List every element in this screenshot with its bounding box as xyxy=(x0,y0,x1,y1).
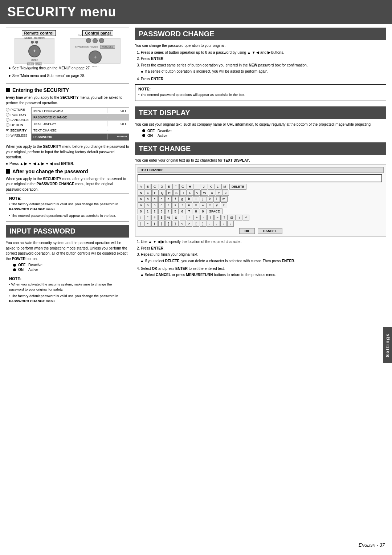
key-P[interactable]: P xyxy=(152,190,159,196)
key-Y[interactable]: Y xyxy=(216,190,222,196)
key-lbrace[interactable]: { xyxy=(165,221,172,227)
key-exclaim[interactable]: ! xyxy=(138,215,144,220)
key-plus[interactable]: + xyxy=(193,215,200,220)
key-5[interactable]: 5 xyxy=(172,208,179,214)
key-3[interactable]: 3 xyxy=(158,208,165,214)
key-percent[interactable]: % xyxy=(165,215,172,220)
key-colon[interactable]: : xyxy=(220,221,227,227)
key-u[interactable]: u xyxy=(186,202,192,208)
key-period[interactable]: . xyxy=(207,221,213,227)
key-backslash[interactable]: \ xyxy=(236,215,242,220)
key-K[interactable]: K xyxy=(208,184,214,190)
key-semicolon[interactable]: ; xyxy=(227,221,234,227)
key-comma[interactable]: , xyxy=(213,221,220,227)
key-H[interactable]: H xyxy=(187,184,193,190)
key-minus[interactable]: - xyxy=(200,215,207,220)
key-h[interactable]: h xyxy=(186,196,192,202)
key-G[interactable]: G xyxy=(179,184,186,190)
key-b[interactable]: b xyxy=(144,196,151,202)
ok-button[interactable]: OK xyxy=(239,228,255,234)
key-t[interactable]: t xyxy=(179,202,185,208)
key-n[interactable]: n xyxy=(138,202,144,208)
key-D[interactable]: D xyxy=(159,184,166,190)
key-2[interactable]: 2 xyxy=(151,208,158,214)
key-q[interactable]: q xyxy=(158,202,165,208)
key-E[interactable]: E xyxy=(166,184,172,190)
key-caret[interactable]: ^ xyxy=(243,215,249,220)
key-p[interactable]: p xyxy=(151,202,158,208)
key-lt[interactable]: < xyxy=(179,221,185,227)
key-0[interactable]: 0 xyxy=(138,208,144,214)
key-9[interactable]: 9 xyxy=(200,208,206,214)
key-L[interactable]: L xyxy=(215,184,221,190)
key-6[interactable]: 6 xyxy=(179,208,185,214)
key-o[interactable]: o xyxy=(144,202,151,208)
key-V[interactable]: V xyxy=(194,190,201,196)
key-tilde[interactable]: ~ xyxy=(144,221,151,227)
text-change-steps: Use ▲ ▼ ◀ ▶ to specify the location of t… xyxy=(135,239,386,279)
cancel-button[interactable]: CANCEL xyxy=(258,228,282,234)
key-Q[interactable]: Q xyxy=(159,190,166,196)
key-lparen[interactable]: ( xyxy=(151,221,158,227)
key-N[interactable]: N xyxy=(138,190,144,196)
delete-button[interactable]: DELETE xyxy=(229,184,246,190)
key-F[interactable]: F xyxy=(172,184,179,190)
key-rparen[interactable]: ) xyxy=(158,221,165,227)
key-8[interactable]: 8 xyxy=(193,208,199,214)
key-slash[interactable]: / xyxy=(207,215,214,220)
key-M[interactable]: M xyxy=(221,184,229,190)
key-k[interactable]: k xyxy=(207,196,213,202)
key-X[interactable]: X xyxy=(209,190,215,196)
key-U[interactable]: U xyxy=(187,190,194,196)
key-l[interactable]: l xyxy=(213,196,220,202)
key-hash[interactable]: # xyxy=(151,215,158,220)
key-1[interactable]: 1 xyxy=(144,208,151,214)
key-e[interactable]: e xyxy=(165,196,172,202)
key-m[interactable]: m xyxy=(220,196,228,202)
key-R[interactable]: R xyxy=(166,190,173,196)
divider2 xyxy=(135,140,386,140)
key-j[interactable]: j xyxy=(200,196,206,202)
key-A[interactable]: A xyxy=(138,184,144,190)
circle-icon xyxy=(6,118,9,122)
key-S[interactable]: S xyxy=(173,190,180,196)
key-7[interactable]: 7 xyxy=(186,208,192,214)
key-star[interactable]: * xyxy=(187,215,193,220)
key-x[interactable]: x xyxy=(207,202,213,208)
key-space[interactable]: SPACE xyxy=(207,208,222,214)
key-B[interactable]: B xyxy=(144,184,151,190)
key-pipe[interactable]: | xyxy=(138,221,144,227)
key-z[interactable]: z xyxy=(221,202,227,208)
key-amp[interactable]: & xyxy=(173,215,179,220)
key-lbracket[interactable]: [ xyxy=(193,221,199,227)
key-v[interactable]: v xyxy=(193,202,199,208)
key-f[interactable]: f xyxy=(172,196,179,202)
key-s[interactable]: s xyxy=(172,202,179,208)
key-C[interactable]: C xyxy=(151,184,158,190)
key-4[interactable]: 4 xyxy=(165,208,172,214)
key-dollar[interactable]: $ xyxy=(158,215,165,220)
key-i[interactable]: i xyxy=(193,196,199,202)
key-a[interactable]: a xyxy=(138,196,144,202)
tc-input-field[interactable] xyxy=(138,174,382,182)
key-c[interactable]: c xyxy=(151,196,158,202)
key-apos[interactable]: ' xyxy=(180,215,186,220)
key-T[interactable]: T xyxy=(180,190,187,196)
key-d[interactable]: d xyxy=(158,196,165,202)
key-J[interactable]: J xyxy=(201,184,207,190)
key-g[interactable]: g xyxy=(179,196,185,202)
key-question[interactable]: ? xyxy=(221,215,228,220)
key-at[interactable]: @ xyxy=(228,215,236,220)
key-Z[interactable]: Z xyxy=(222,190,229,196)
key-I[interactable]: I xyxy=(194,184,200,190)
key-equals[interactable]: = xyxy=(214,215,221,220)
key-rbrace[interactable]: } xyxy=(172,221,179,227)
key-gt[interactable]: > xyxy=(186,221,192,227)
key-O[interactable]: O xyxy=(145,190,152,196)
key-w[interactable]: w xyxy=(200,202,207,208)
key-W[interactable]: W xyxy=(201,190,209,196)
key-r[interactable]: r xyxy=(165,202,172,208)
key-quote[interactable]: " xyxy=(144,215,151,220)
key-rbracket[interactable]: ] xyxy=(200,221,206,227)
key-y[interactable]: y xyxy=(214,202,220,208)
